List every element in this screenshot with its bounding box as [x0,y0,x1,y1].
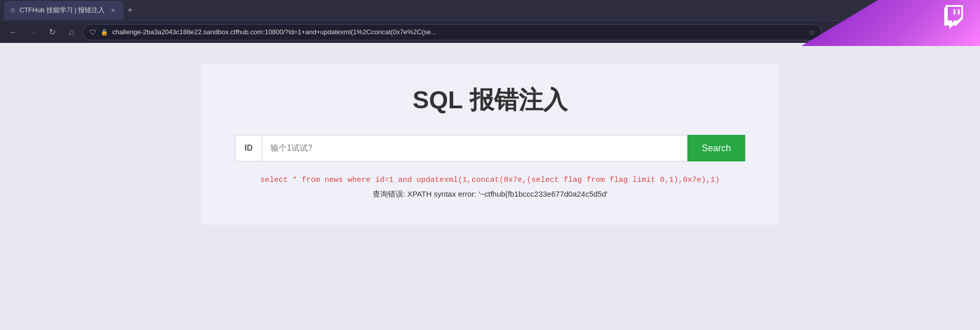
tab-close-button[interactable]: × [109,5,117,15]
refresh-button[interactable]: ↻ [44,24,60,40]
home-button[interactable]: ⌂ [63,24,80,40]
back-button[interactable]: ← [5,24,21,40]
bookmark-icon[interactable]: ☆ [808,28,815,36]
address-input[interactable] [112,28,804,36]
active-tab[interactable]: ⊙ CTFHub 技能学习 | 报错注入 × [4,1,124,19]
search-button[interactable]: Search [688,135,745,161]
title-bar: ⊙ CTFHub 技能学习 | 报错注入 × + — ❐ ⏸ [0,0,980,20]
search-form: ID Search [235,135,745,161]
twitch-logo-icon [944,5,965,29]
search-input[interactable] [262,135,688,161]
lock-icon: 🔒 [101,29,108,36]
address-bar[interactable]: 🛡 🔒 ☆ [83,24,822,40]
sql-query-display: select * from news where id=1 and update… [260,176,720,184]
page-content: SQL 报错注入 ID Search select * from news wh… [0,43,980,330]
main-container: SQL 报错注入 ID Search select * from news wh… [202,63,778,225]
tab-bar: ⊙ CTFHub 技能学习 | 报错注入 × + [4,1,927,19]
tab-title: CTFHub 技能学习 | 报错注入 [19,6,105,15]
new-tab-button[interactable]: + [124,3,137,18]
error-message: 查询错误: XPATH syntax error: '~ctfhub{fb1bc… [373,190,608,199]
forward-button[interactable]: → [24,24,41,40]
id-label: ID [235,135,262,161]
shield-icon: 🛡 [89,28,96,36]
tab-favicon: ⊙ [10,7,15,14]
page-title: SQL 报错注入 [412,84,567,116]
